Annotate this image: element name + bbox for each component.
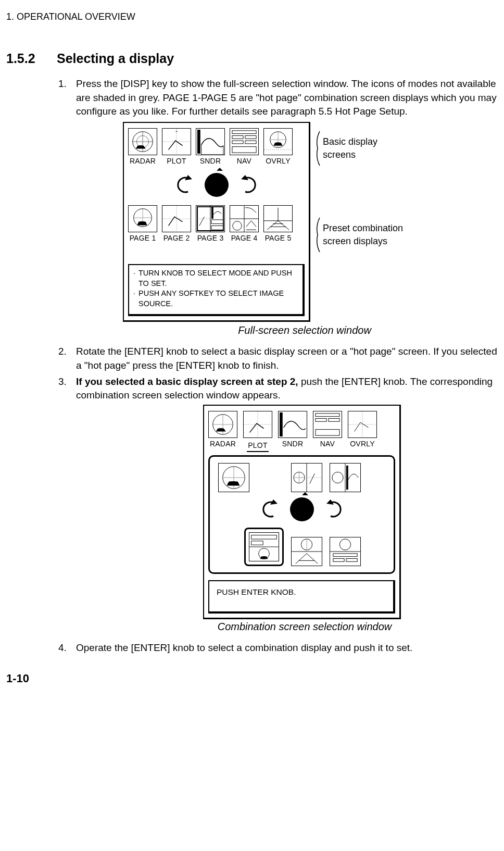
annotation-preset-combo: Preset combinationscreen displays: [323, 222, 403, 248]
page-row: PAGE 1 PAGE 2 PAGE 3 PAGE 4 PAGE 5: [128, 205, 305, 244]
svg-rect-28: [211, 219, 223, 223]
ovrly-icon: [348, 411, 377, 438]
svg-point-32: [233, 221, 242, 230]
svg-rect-43: [316, 414, 339, 417]
ovrly-icon: [263, 128, 293, 155]
combo-radar-sndr-v-icon: [330, 463, 361, 492]
icon-label-plot: PLOT: [162, 156, 191, 167]
icon-label-plot-selected: PLOT: [247, 441, 268, 453]
figure2-caption: Combination screen selection window: [76, 619, 502, 634]
icon-label-page4: PAGE 4: [230, 233, 259, 244]
radar-icon: [208, 411, 237, 438]
icon-label-radar: RADAR: [128, 156, 157, 167]
rotate-cw-icon: [326, 498, 346, 520]
combo-selected-icon: [244, 528, 284, 566]
icon-label-nav: NAV: [230, 156, 259, 167]
brace-icon: [314, 131, 321, 166]
running-header: 1. OPERATIONAL OVERVIEW: [6, 10, 504, 23]
svg-rect-64: [251, 541, 262, 545]
svg-rect-73: [346, 559, 357, 562]
sndr-icon: [196, 128, 225, 155]
knob-indicator-row: [128, 173, 305, 197]
svg-rect-10: [245, 135, 256, 139]
svg-rect-11: [232, 141, 243, 144]
combo-radar-nav-h-icon: [330, 537, 361, 566]
svg-rect-63: [251, 535, 276, 539]
plot-icon: [243, 411, 272, 438]
annotation-basic-display: Basic displayscreens: [323, 135, 377, 161]
svg-rect-12: [245, 141, 256, 144]
page3-icon: [196, 205, 225, 232]
icon-label-nav: NAV: [313, 439, 342, 449]
icon-label-radar: RADAR: [208, 439, 237, 449]
page2-icon: [162, 205, 191, 232]
knob-indicator-row: [215, 497, 388, 521]
combination-selection-window: RADAR PLOT SNDR NAV OVRLY: [203, 405, 401, 619]
svg-rect-9: [232, 135, 243, 139]
icon-label-page2: PAGE 2: [162, 233, 191, 244]
page-number: 1-10: [6, 671, 504, 687]
svg-text:+: +: [175, 129, 178, 134]
svg-rect-29: [211, 226, 223, 230]
knob-icon: [205, 173, 229, 197]
rotate-ccw-icon: [258, 498, 278, 520]
svg-rect-44: [316, 418, 326, 421]
page5-icon: [263, 205, 293, 232]
icon-label-sndr: SNDR: [196, 156, 225, 167]
full-screen-selection-window: RADAR + PLOT SNDR NAV OVRLY: [123, 122, 310, 322]
svg-rect-7: [197, 130, 200, 154]
plot-icon: +: [162, 128, 191, 155]
svg-rect-13: [232, 147, 256, 153]
page4-icon: [230, 205, 259, 232]
icon-label-page3: PAGE 3: [196, 233, 225, 244]
step-3: If you selected a basic display screen a…: [58, 375, 502, 634]
section-title-text: Selecting a display: [57, 51, 174, 66]
instruction-box: PUSH ENTER KNOB.: [208, 580, 395, 614]
basic-display-row: RADAR + PLOT SNDR NAV OVRLY: [128, 128, 305, 167]
svg-rect-42: [280, 412, 283, 436]
radar-icon: [128, 128, 157, 155]
svg-point-58: [332, 472, 343, 483]
brace-icon: [314, 218, 321, 252]
combination-options-frame: [208, 455, 395, 574]
icon-label-page1: PAGE 1: [128, 233, 157, 244]
icon-label-sndr: SNDR: [278, 439, 307, 449]
svg-rect-46: [316, 429, 339, 435]
step-1: Press the [DISP] key to show the full-sc…: [58, 77, 502, 337]
icon-label-page5: PAGE 5: [263, 233, 293, 244]
fig2-basic-row: RADAR PLOT SNDR NAV OVRLY: [208, 411, 395, 453]
section-number: 1.5.2: [6, 49, 53, 68]
svg-rect-72: [333, 559, 344, 562]
svg-point-70: [339, 539, 350, 550]
step-4: Operate the [ENTER] knob to select a com…: [58, 641, 502, 655]
svg-rect-71: [333, 554, 357, 557]
nav-icon: [230, 128, 259, 155]
rotate-ccw-icon: [172, 174, 192, 196]
nav-icon: [313, 411, 342, 438]
rotate-cw-icon: [241, 174, 261, 196]
svg-rect-59: [346, 466, 348, 490]
step-3-bold: If you selected a basic display screen a…: [76, 376, 298, 387]
figure1-caption: Full-screen selection window: [76, 323, 502, 337]
icon-label-ovrly: OVRLY: [348, 439, 377, 449]
combo-radar-plot-v-icon: [291, 463, 322, 492]
section-heading: 1.5.2 Selecting a display: [6, 49, 504, 68]
icon-label-ovrly: OVRLY: [263, 156, 293, 167]
combo-radar-highway-h-icon: [291, 537, 322, 566]
page1-icon: [128, 205, 157, 232]
instruction-box: ·TURN KNOB TO SELECT MODE AND PUSH TO SE…: [128, 264, 305, 316]
svg-rect-8: [232, 131, 256, 134]
sndr-icon: [278, 411, 307, 438]
knob-icon: [290, 497, 314, 521]
svg-rect-27: [211, 206, 213, 218]
svg-rect-45: [329, 418, 339, 421]
combo-radar-full-icon: [218, 463, 249, 492]
instruction-list: Press the [DISP] key to show the full-sc…: [58, 77, 502, 655]
figure1-annotations: Basic displayscreens Preset combinations…: [314, 122, 403, 252]
step-2: Rotate the [ENTER] knob to select a basi…: [58, 345, 502, 372]
